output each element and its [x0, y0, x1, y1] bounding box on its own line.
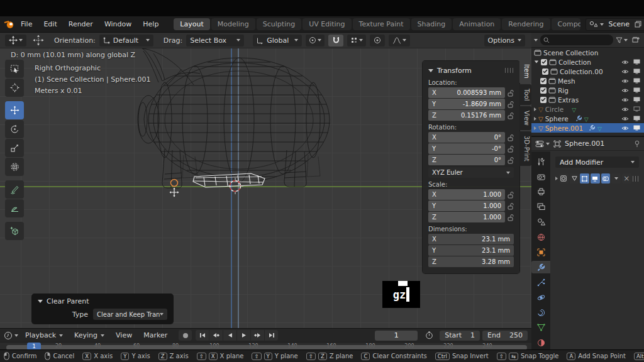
- tab-data-properties[interactable]: [531, 321, 550, 334]
- blender-logo-icon[interactable]: [4, 19, 14, 30]
- lock-icon[interactable]: [508, 89, 514, 97]
- next-keyframe-button[interactable]: [251, 330, 264, 341]
- menu-playback[interactable]: Playback: [21, 330, 67, 341]
- options-dropdown[interactable]: Options: [484, 35, 525, 47]
- outliner-row-collection-00[interactable]: Collection.00: [531, 67, 644, 76]
- location-z-field[interactable]: Z0.15176 mm: [428, 110, 505, 121]
- workspace-tab-shading[interactable]: Shading: [411, 18, 452, 30]
- disclosure-closed-icon[interactable]: [534, 126, 536, 130]
- collection-checkbox[interactable]: [542, 69, 548, 75]
- location-x-field[interactable]: X0.008593 mm: [428, 87, 505, 98]
- prev-keyframe-button[interactable]: [209, 330, 223, 341]
- eye-icon[interactable]: [621, 69, 629, 74]
- monitor-icon[interactable]: [633, 87, 640, 93]
- modifier-extras-dropdown[interactable]: [611, 173, 621, 184]
- rotation-mode-dropdown[interactable]: XYZ Euler: [428, 167, 514, 178]
- disclosure-open-icon[interactable]: [535, 61, 538, 63]
- tool-scale[interactable]: [5, 139, 24, 157]
- eye-icon[interactable]: [621, 60, 629, 65]
- tool-add-primitive[interactable]: [5, 222, 24, 240]
- tab-object-properties[interactable]: [531, 246, 550, 258]
- menu-keying[interactable]: Keying: [70, 330, 109, 341]
- pivot-point-dropdown[interactable]: [306, 35, 325, 47]
- snap-toggle-icon[interactable]: [328, 35, 343, 47]
- menu-render[interactable]: Render: [64, 18, 98, 30]
- play-button[interactable]: [237, 330, 250, 341]
- modifier-show-viewport-toggle[interactable]: [591, 173, 600, 184]
- menu-edit[interactable]: Edit: [38, 18, 62, 30]
- tab-physics-properties[interactable]: [531, 291, 550, 304]
- snap-target-dropdown[interactable]: [347, 35, 366, 47]
- editor-type-dropdown[interactable]: [535, 140, 550, 148]
- active-tool-selector[interactable]: [5, 35, 26, 47]
- disclosure-closed-icon[interactable]: [534, 107, 536, 111]
- move-gizmo-icon[interactable]: [33, 35, 44, 46]
- modifier-expand-icon[interactable]: [555, 177, 558, 180]
- workspace-tab-animation[interactable]: Animation: [453, 18, 501, 30]
- tool-select-box[interactable]: [5, 60, 24, 78]
- monitor-icon[interactable]: [633, 78, 640, 84]
- tool-transform[interactable]: [5, 158, 24, 176]
- monitor-icon[interactable]: [633, 106, 640, 112]
- new-scene-icon[interactable]: [635, 21, 641, 28]
- eye-icon[interactable]: [621, 107, 629, 112]
- outliner-row-extras[interactable]: Extras: [531, 95, 644, 104]
- disclosure-closed-icon[interactable]: [534, 117, 536, 121]
- collection-checkbox[interactable]: [541, 59, 547, 65]
- clear-parent-type-dropdown[interactable]: Clear and Keep Transfor...: [93, 309, 167, 320]
- scale-z-field[interactable]: Z1.000: [428, 212, 505, 222]
- workspace-tab-layout[interactable]: Layout: [174, 18, 209, 30]
- tool-measure[interactable]: [5, 199, 24, 217]
- lock-icon[interactable]: [508, 112, 514, 119]
- lock-icon[interactable]: [508, 202, 514, 210]
- modifier-drag-handle[interactable]: [633, 176, 639, 182]
- menu-marker[interactable]: Marker: [139, 330, 172, 341]
- workspace-tab-texture-paint[interactable]: Texture Paint: [353, 18, 410, 30]
- outliner-row-mesh[interactable]: Mesh: [531, 76, 644, 85]
- modifier-show-render-toggle[interactable]: [601, 173, 611, 184]
- proportional-falloff-dropdown[interactable]: [389, 35, 410, 47]
- lock-icon[interactable]: [508, 134, 514, 141]
- lock-icon[interactable]: [508, 214, 514, 221]
- orientation-dropdown[interactable]: Default: [99, 35, 153, 47]
- dimensions-y-field[interactable]: Y23.1 mm: [428, 245, 514, 256]
- outliner-menu-caret[interactable]: [534, 39, 538, 41]
- frame-end-field[interactable]: End250: [482, 331, 528, 341]
- outliner-row-sphere[interactable]: Sphere: [531, 114, 644, 123]
- dimensions-z-field[interactable]: Z3.28 mm: [428, 256, 514, 267]
- auto-keying-toggle[interactable]: [179, 330, 192, 341]
- tab-view-layer-properties[interactable]: [531, 200, 550, 213]
- timeline-editor-type-dropdown[interactable]: [4, 331, 18, 340]
- outliner-row-scene-collection[interactable]: Scene Collection: [531, 48, 644, 57]
- menu-window[interactable]: Window: [99, 18, 136, 30]
- monitor-icon[interactable]: [633, 125, 640, 131]
- pin-icon[interactable]: [634, 140, 640, 148]
- lock-icon[interactable]: [508, 145, 514, 153]
- collection-checkbox[interactable]: [540, 78, 547, 84]
- lock-icon[interactable]: [508, 191, 514, 199]
- collection-checkbox[interactable]: [540, 87, 547, 94]
- drag-dropdown[interactable]: Select Box: [186, 35, 244, 47]
- tab-view[interactable]: View: [519, 106, 531, 130]
- play-reverse-button[interactable]: [223, 330, 236, 341]
- tab-scene-properties[interactable]: [531, 216, 550, 228]
- workspace-tab-compositing[interactable]: Compos: [552, 18, 580, 30]
- tab-material-properties[interactable]: [531, 336, 550, 349]
- outliner-row-rig[interactable]: Rig: [531, 85, 644, 95]
- scale-x-field[interactable]: X1.000: [428, 189, 505, 200]
- frame-start-field[interactable]: Start1: [440, 331, 480, 341]
- modifier-icon-button[interactable]: [559, 173, 569, 184]
- monitor-icon[interactable]: [633, 69, 640, 74]
- monitor-icon[interactable]: [633, 97, 640, 102]
- outliner-row-circle[interactable]: Circle: [531, 104, 644, 114]
- tab-particle-properties[interactable]: [531, 276, 550, 288]
- transform-space-dropdown[interactable]: Global: [253, 35, 302, 47]
- scene-name[interactable]: Scene: [606, 20, 633, 28]
- menu-help[interactable]: Help: [138, 18, 164, 30]
- tool-cursor[interactable]: [5, 79, 24, 97]
- modifier-show-editmode-toggle[interactable]: [580, 173, 589, 184]
- modifier-delete-button[interactable]: [622, 173, 631, 184]
- monitor-icon[interactable]: [633, 59, 640, 65]
- scale-y-field[interactable]: Y1.000: [428, 200, 505, 211]
- eye-icon[interactable]: [621, 116, 629, 121]
